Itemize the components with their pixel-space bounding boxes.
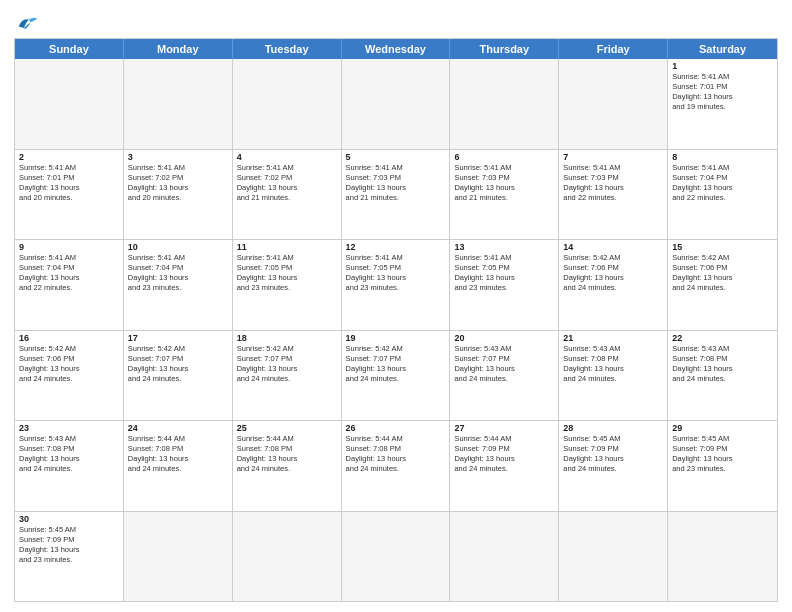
cal-cell-empty: [233, 59, 342, 149]
day-number: 25: [237, 423, 337, 433]
cal-cell-day-26: 26Sunrise: 5:44 AM Sunset: 7:08 PM Dayli…: [342, 421, 451, 511]
cal-cell-day-24: 24Sunrise: 5:44 AM Sunset: 7:08 PM Dayli…: [124, 421, 233, 511]
day-info: Sunrise: 5:43 AM Sunset: 7:08 PM Dayligh…: [19, 434, 119, 475]
day-info: Sunrise: 5:41 AM Sunset: 7:03 PM Dayligh…: [346, 163, 446, 204]
day-number: 9: [19, 242, 119, 252]
day-info: Sunrise: 5:41 AM Sunset: 7:02 PM Dayligh…: [128, 163, 228, 204]
day-number: 23: [19, 423, 119, 433]
day-info: Sunrise: 5:41 AM Sunset: 7:01 PM Dayligh…: [19, 163, 119, 204]
cal-week-4: 23Sunrise: 5:43 AM Sunset: 7:08 PM Dayli…: [15, 420, 777, 511]
day-number: 5: [346, 152, 446, 162]
day-number: 10: [128, 242, 228, 252]
day-info: Sunrise: 5:42 AM Sunset: 7:06 PM Dayligh…: [563, 253, 663, 294]
day-number: 27: [454, 423, 554, 433]
cal-week-1: 2Sunrise: 5:41 AM Sunset: 7:01 PM Daylig…: [15, 149, 777, 240]
day-number: 7: [563, 152, 663, 162]
day-number: 6: [454, 152, 554, 162]
day-info: Sunrise: 5:42 AM Sunset: 7:06 PM Dayligh…: [19, 344, 119, 385]
cal-header-sunday: Sunday: [15, 39, 124, 59]
day-number: 4: [237, 152, 337, 162]
page: SundayMondayTuesdayWednesdayThursdayFrid…: [0, 0, 792, 612]
cal-week-5: 30Sunrise: 5:45 AM Sunset: 7:09 PM Dayli…: [15, 511, 777, 602]
day-number: 15: [672, 242, 773, 252]
day-info: Sunrise: 5:41 AM Sunset: 7:03 PM Dayligh…: [454, 163, 554, 204]
cal-cell-day-30: 30Sunrise: 5:45 AM Sunset: 7:09 PM Dayli…: [15, 512, 124, 602]
day-number: 2: [19, 152, 119, 162]
cal-cell-empty: [124, 59, 233, 149]
day-info: Sunrise: 5:45 AM Sunset: 7:09 PM Dayligh…: [672, 434, 773, 475]
cal-cell-day-9: 9Sunrise: 5:41 AM Sunset: 7:04 PM Daylig…: [15, 240, 124, 330]
cal-cell-day-27: 27Sunrise: 5:44 AM Sunset: 7:09 PM Dayli…: [450, 421, 559, 511]
day-info: Sunrise: 5:44 AM Sunset: 7:09 PM Dayligh…: [454, 434, 554, 475]
cal-cell-day-15: 15Sunrise: 5:42 AM Sunset: 7:06 PM Dayli…: [668, 240, 777, 330]
cal-cell-day-2: 2Sunrise: 5:41 AM Sunset: 7:01 PM Daylig…: [15, 150, 124, 240]
day-info: Sunrise: 5:41 AM Sunset: 7:02 PM Dayligh…: [237, 163, 337, 204]
day-info: Sunrise: 5:43 AM Sunset: 7:08 PM Dayligh…: [563, 344, 663, 385]
day-info: Sunrise: 5:41 AM Sunset: 7:01 PM Dayligh…: [672, 72, 773, 113]
cal-cell-empty: [124, 512, 233, 602]
day-info: Sunrise: 5:43 AM Sunset: 7:07 PM Dayligh…: [454, 344, 554, 385]
day-number: 1: [672, 61, 773, 71]
day-info: Sunrise: 5:41 AM Sunset: 7:03 PM Dayligh…: [563, 163, 663, 204]
cal-cell-day-8: 8Sunrise: 5:41 AM Sunset: 7:04 PM Daylig…: [668, 150, 777, 240]
day-number: 12: [346, 242, 446, 252]
logo: [14, 14, 39, 32]
cal-cell-empty: [233, 512, 342, 602]
day-info: Sunrise: 5:45 AM Sunset: 7:09 PM Dayligh…: [563, 434, 663, 475]
cal-cell-day-7: 7Sunrise: 5:41 AM Sunset: 7:03 PM Daylig…: [559, 150, 668, 240]
day-number: 14: [563, 242, 663, 252]
day-info: Sunrise: 5:44 AM Sunset: 7:08 PM Dayligh…: [346, 434, 446, 475]
cal-cell-day-20: 20Sunrise: 5:43 AM Sunset: 7:07 PM Dayli…: [450, 331, 559, 421]
day-number: 21: [563, 333, 663, 343]
cal-cell-empty: [342, 59, 451, 149]
cal-cell-day-29: 29Sunrise: 5:45 AM Sunset: 7:09 PM Dayli…: [668, 421, 777, 511]
cal-cell-day-11: 11Sunrise: 5:41 AM Sunset: 7:05 PM Dayli…: [233, 240, 342, 330]
cal-cell-day-6: 6Sunrise: 5:41 AM Sunset: 7:03 PM Daylig…: [450, 150, 559, 240]
cal-cell-day-3: 3Sunrise: 5:41 AM Sunset: 7:02 PM Daylig…: [124, 150, 233, 240]
day-number: 11: [237, 242, 337, 252]
cal-header-thursday: Thursday: [450, 39, 559, 59]
day-info: Sunrise: 5:42 AM Sunset: 7:06 PM Dayligh…: [672, 253, 773, 294]
cal-header-wednesday: Wednesday: [342, 39, 451, 59]
day-number: 13: [454, 242, 554, 252]
cal-week-0: 1Sunrise: 5:41 AM Sunset: 7:01 PM Daylig…: [15, 59, 777, 149]
cal-cell-empty: [450, 512, 559, 602]
day-number: 18: [237, 333, 337, 343]
day-number: 3: [128, 152, 228, 162]
cal-week-2: 9Sunrise: 5:41 AM Sunset: 7:04 PM Daylig…: [15, 239, 777, 330]
day-number: 29: [672, 423, 773, 433]
cal-cell-day-4: 4Sunrise: 5:41 AM Sunset: 7:02 PM Daylig…: [233, 150, 342, 240]
cal-cell-empty: [559, 59, 668, 149]
cal-cell-day-18: 18Sunrise: 5:42 AM Sunset: 7:07 PM Dayli…: [233, 331, 342, 421]
cal-header-saturday: Saturday: [668, 39, 777, 59]
day-number: 26: [346, 423, 446, 433]
cal-cell-day-10: 10Sunrise: 5:41 AM Sunset: 7:04 PM Dayli…: [124, 240, 233, 330]
calendar-body: 1Sunrise: 5:41 AM Sunset: 7:01 PM Daylig…: [15, 59, 777, 601]
cal-cell-day-14: 14Sunrise: 5:42 AM Sunset: 7:06 PM Dayli…: [559, 240, 668, 330]
cal-cell-day-28: 28Sunrise: 5:45 AM Sunset: 7:09 PM Dayli…: [559, 421, 668, 511]
day-info: Sunrise: 5:42 AM Sunset: 7:07 PM Dayligh…: [346, 344, 446, 385]
day-info: Sunrise: 5:45 AM Sunset: 7:09 PM Dayligh…: [19, 525, 119, 566]
day-info: Sunrise: 5:44 AM Sunset: 7:08 PM Dayligh…: [128, 434, 228, 475]
cal-week-3: 16Sunrise: 5:42 AM Sunset: 7:06 PM Dayli…: [15, 330, 777, 421]
cal-cell-empty: [342, 512, 451, 602]
day-info: Sunrise: 5:41 AM Sunset: 7:05 PM Dayligh…: [237, 253, 337, 294]
cal-cell-empty: [559, 512, 668, 602]
day-number: 17: [128, 333, 228, 343]
cal-cell-day-12: 12Sunrise: 5:41 AM Sunset: 7:05 PM Dayli…: [342, 240, 451, 330]
day-info: Sunrise: 5:41 AM Sunset: 7:04 PM Dayligh…: [672, 163, 773, 204]
day-number: 22: [672, 333, 773, 343]
day-info: Sunrise: 5:41 AM Sunset: 7:04 PM Dayligh…: [19, 253, 119, 294]
cal-cell-day-16: 16Sunrise: 5:42 AM Sunset: 7:06 PM Dayli…: [15, 331, 124, 421]
logo-bird-icon: [17, 14, 39, 32]
cal-cell-day-22: 22Sunrise: 5:43 AM Sunset: 7:08 PM Dayli…: [668, 331, 777, 421]
day-info: Sunrise: 5:42 AM Sunset: 7:07 PM Dayligh…: [237, 344, 337, 385]
cal-cell-empty: [668, 512, 777, 602]
calendar-header: SundayMondayTuesdayWednesdayThursdayFrid…: [15, 39, 777, 59]
day-number: 8: [672, 152, 773, 162]
cal-header-tuesday: Tuesday: [233, 39, 342, 59]
day-info: Sunrise: 5:41 AM Sunset: 7:05 PM Dayligh…: [346, 253, 446, 294]
cal-header-monday: Monday: [124, 39, 233, 59]
day-info: Sunrise: 5:42 AM Sunset: 7:07 PM Dayligh…: [128, 344, 228, 385]
day-number: 24: [128, 423, 228, 433]
